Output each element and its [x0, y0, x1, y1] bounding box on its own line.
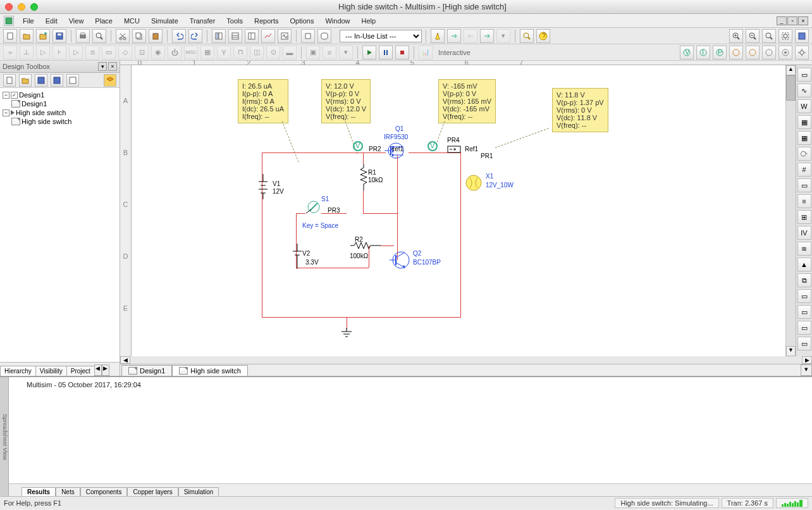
probe-current-button[interactable]: I: [696, 46, 710, 59]
probe-icon-pr4[interactable]: V: [426, 140, 439, 152]
component-r2[interactable]: [350, 241, 381, 250]
component-ground[interactable]: [340, 328, 353, 340]
vertical-scrollbar[interactable]: ▲ ▼: [785, 65, 796, 356]
wire[interactable]: [262, 317, 461, 318]
scroll-down-button[interactable]: ▼: [786, 346, 796, 356]
zoom-window-button[interactable]: [30, 3, 38, 11]
save-button[interactable]: [52, 29, 66, 43]
tree-node-highside-child[interactable]: High side switch: [1, 117, 118, 126]
wire[interactable]: [380, 246, 394, 246]
panel-new-button[interactable]: [3, 74, 16, 87]
scroll-thumb[interactable]: [786, 75, 796, 101]
wire[interactable]: [262, 152, 386, 153]
menu-tools[interactable]: Tools: [221, 15, 248, 27]
redo-button[interactable]: [188, 29, 202, 43]
instrument-distortion[interactable]: ≋: [797, 242, 811, 256]
zoom-area-button[interactable]: [762, 29, 776, 43]
instrument-logic-conv[interactable]: ⊞: [797, 210, 811, 224]
zoom-fit-button[interactable]: [778, 29, 792, 43]
component-pr4[interactable]: [446, 145, 462, 155]
panel-open-button[interactable]: [19, 74, 32, 87]
schematic-canvas[interactable]: I: 26.5 uAI(p-p): 0 AI(rms): 0 AI(dc): 2…: [132, 65, 785, 356]
component-x1[interactable]: [464, 173, 484, 193]
paste-button[interactable]: [149, 29, 163, 43]
tab-visibility[interactable]: Visibility: [35, 366, 67, 376]
component-list-dropdown[interactable]: --- In-Use List ---: [340, 30, 422, 42]
menu-reports[interactable]: Reports: [249, 15, 284, 27]
menu-file[interactable]: File: [18, 15, 39, 27]
instrument-agilent-osc[interactable]: ▭: [797, 321, 811, 335]
database-manager-button[interactable]: [245, 29, 259, 43]
run-button[interactable]: [362, 46, 376, 59]
tab-hierarchy[interactable]: Hierarchy: [0, 366, 36, 376]
panel-rename-button[interactable]: [66, 74, 79, 87]
scroll-right-button[interactable]: ▶: [802, 356, 812, 364]
wire[interactable]: [363, 213, 397, 214]
document-tab-design1[interactable]: Design1: [121, 365, 172, 376]
zoom-out-button[interactable]: [746, 29, 760, 43]
component-v2[interactable]: [291, 244, 304, 269]
pause-button[interactable]: [379, 46, 393, 59]
tab-menu-button[interactable]: ▾: [801, 364, 812, 376]
zoom-in-button[interactable]: [729, 29, 743, 43]
print-button[interactable]: [76, 29, 90, 43]
probe-digital-button[interactable]: [762, 46, 776, 59]
instrument-agilent-mm[interactable]: ▭: [797, 305, 811, 319]
help-button[interactable]: ?: [536, 29, 550, 43]
find-button[interactable]: [520, 29, 534, 43]
output-pane-handle[interactable]: Spreadsheet View: [0, 377, 9, 496]
component-r1[interactable]: [359, 164, 368, 190]
label-q1[interactable]: Q1: [395, 125, 403, 132]
menu-view[interactable]: View: [64, 15, 89, 27]
menu-help[interactable]: Help: [357, 15, 381, 27]
probe-voltage-button[interactable]: V: [680, 46, 694, 59]
instrument-oscilloscope[interactable]: ▦: [797, 115, 811, 129]
instrument-agilent-fg[interactable]: ▭: [797, 289, 811, 303]
forward-annotate-button[interactable]: [480, 29, 494, 43]
probe-power-button[interactable]: P: [713, 46, 727, 59]
print-preview-button[interactable]: [92, 29, 106, 43]
document-tab-highside[interactable]: High side switch: [172, 365, 247, 376]
copy-button[interactable]: [132, 29, 146, 43]
erc-button[interactable]: [431, 29, 445, 43]
probe-settings-button[interactable]: [778, 46, 792, 59]
cut-button[interactable]: [116, 29, 130, 43]
label-x1[interactable]: X1: [486, 173, 493, 180]
label-q2[interactable]: Q2: [413, 250, 421, 257]
collapse-icon[interactable]: −: [3, 109, 9, 116]
instrument-freq-counter[interactable]: #: [797, 163, 811, 177]
instrument-bode[interactable]: ⧂: [797, 147, 811, 161]
new-button[interactable]: [3, 29, 17, 43]
grapher-button[interactable]: [261, 29, 275, 43]
instrument-iv[interactable]: IV: [797, 226, 811, 240]
mdi-minimize-icon[interactable]: _: [777, 16, 787, 25]
transfer-ultiboard-button[interactable]: [447, 29, 461, 43]
panel-close-button[interactable]: ×: [108, 62, 117, 71]
output-tab-nets[interactable]: Nets: [56, 487, 80, 496]
tree-node-design1-child[interactable]: Design1: [1, 99, 118, 108]
label-r1[interactable]: R1: [368, 169, 376, 176]
component-q2[interactable]: [390, 249, 412, 271]
output-tab-copper[interactable]: Copper layers: [127, 487, 178, 496]
wire[interactable]: [296, 213, 305, 214]
minimize-window-button[interactable]: [18, 3, 25, 11]
open-samples-button[interactable]: [36, 29, 50, 43]
mdi-restore-icon[interactable]: ▫: [787, 16, 797, 25]
database-button[interactable]: [317, 29, 331, 43]
probe-ref-button[interactable]: [746, 46, 760, 59]
open-button[interactable]: [20, 29, 34, 43]
panel-saveall-button[interactable]: [51, 74, 63, 87]
menu-window[interactable]: Window: [320, 15, 355, 27]
close-window-button[interactable]: [5, 3, 13, 11]
instrument-spectrum[interactable]: ▲: [797, 258, 811, 271]
instrument-logic-analyzer[interactable]: ≡: [797, 194, 811, 208]
mdi-close-icon[interactable]: ×: [798, 16, 808, 25]
menu-place[interactable]: Place: [90, 15, 118, 27]
undo-button[interactable]: [172, 29, 186, 43]
menu-simulate[interactable]: Simulate: [146, 15, 183, 27]
component-s1[interactable]: [306, 199, 326, 217]
tab-scroll-right[interactable]: ▶: [102, 364, 109, 376]
instrument-word-gen[interactable]: ▭: [797, 178, 811, 192]
tree-node-design1[interactable]: − ✓ Design1: [1, 90, 118, 99]
output-tab-results[interactable]: Results: [22, 487, 56, 496]
